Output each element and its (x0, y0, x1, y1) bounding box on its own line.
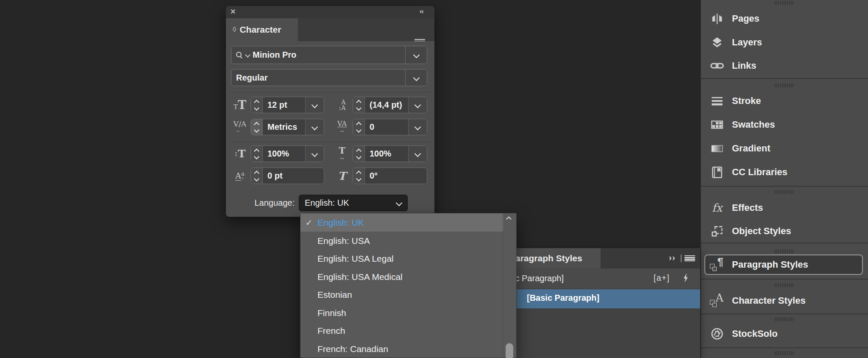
leading-icon: A ↕A (333, 97, 351, 113)
menu-item-english-usa-medical[interactable]: English: USA Medical (300, 268, 504, 286)
skew-field[interactable]: 0° (365, 168, 427, 184)
scroll-up-icon[interactable] (506, 216, 512, 222)
dock-item-effects[interactable]: fx Effects (701, 199, 868, 217)
dock-item-cc-libraries[interactable]: CC Libraries (701, 163, 868, 182)
divider (229, 142, 431, 142)
dock-item-stocksolo[interactable]: StockSolo (701, 324, 868, 343)
font-size-control: 12 pt (250, 97, 324, 113)
dock-item-paragraph-styles[interactable]: ¶ Paragraph Styles (704, 255, 863, 275)
horizontal-scale-icon: T ↔ (333, 145, 351, 162)
chevron-down-icon (312, 102, 318, 109)
stocksolo-icon (709, 326, 725, 341)
character-panel-titlebar[interactable]: ✕ ‹‹ (226, 6, 434, 18)
divider (701, 243, 868, 243)
menu-item-english-uk[interactable]: ✓ English: UK (300, 213, 504, 232)
menu-item-finnish[interactable]: Finnish (300, 304, 504, 322)
close-icon[interactable]: ✕ (230, 8, 236, 16)
chevron-down-icon (415, 124, 421, 131)
stroke-icon (709, 93, 725, 109)
chevron-down-icon (413, 52, 420, 59)
chevron-down-icon (312, 151, 318, 157)
dock-item-layers[interactable]: Layers (701, 33, 868, 52)
tracking-dropdown-button[interactable] (408, 119, 427, 135)
character-panel: ✕ ‹‹ ◊ Character Minion Pro Regular (226, 6, 434, 217)
kerning-control: Metrics (250, 119, 324, 135)
font-family-dropdown-button[interactable] (405, 46, 427, 64)
language-select[interactable]: English: UK (299, 195, 408, 211)
chevron-down-icon (413, 74, 420, 81)
tracking-icon: VA ↔ (333, 119, 351, 135)
language-value: English: UK (305, 198, 397, 208)
drag-handle[interactable] (775, 249, 794, 253)
drag-handle[interactable] (775, 190, 794, 194)
collapse-panel-icon[interactable]: ‹‹ (420, 7, 423, 16)
dock-item-swatches[interactable]: Swatches (701, 115, 868, 134)
current-style-row[interactable]: [Basic Paragraph] [a+] (492, 268, 700, 289)
vertical-scale-control: 100% (250, 145, 324, 162)
font-size-field[interactable]: 12 pt (263, 97, 305, 113)
horizontal-scale-stepper[interactable] (353, 146, 365, 162)
drag-handle[interactable] (775, 317, 794, 321)
chevron-down-icon (415, 102, 421, 109)
vertical-scale-stepper[interactable] (251, 146, 263, 162)
menu-item-estonian[interactable]: Estonian (300, 285, 504, 304)
pages-icon (709, 11, 725, 26)
leading-stepper[interactable] (353, 97, 365, 113)
effects-icon: fx (709, 200, 725, 215)
menu-item-french[interactable]: French (300, 322, 504, 340)
baseline-shift-field[interactable]: 0 pt (263, 168, 324, 184)
panel-menu-icon[interactable] (684, 255, 695, 261)
dock-item-gradient[interactable]: Gradient (701, 139, 868, 158)
chevron-down-icon (415, 151, 421, 157)
dropdown-scrollbar[interactable] (503, 213, 516, 358)
style-row-basic-paragraph[interactable]: [Basic Paragraph] (492, 289, 700, 308)
kerning-field[interactable]: Metrics (263, 119, 305, 135)
tracking-field[interactable]: 0 (365, 119, 408, 135)
gradient-icon (709, 141, 725, 156)
search-chevron-icon (245, 52, 250, 58)
font-style-value: Regular (236, 73, 267, 83)
leading-dropdown-button[interactable] (408, 97, 427, 113)
menu-item-english-usa-legal[interactable]: English: USA Legal (300, 249, 504, 268)
vertical-scale-field[interactable]: 100% (263, 146, 305, 162)
dock-item-object-styles[interactable]: Object Styles (701, 222, 868, 241)
drag-handle[interactable] (775, 283, 794, 287)
divider (701, 279, 868, 280)
font-style-field[interactable]: Regular (231, 70, 405, 86)
horizontal-scale-field[interactable]: 100% (365, 146, 408, 162)
leading-field[interactable]: (14,4 pt) (365, 97, 408, 113)
horizontal-scale-dropdown-button[interactable] (408, 146, 427, 162)
language-label: Language: (226, 195, 295, 211)
drag-handle[interactable] (775, 351, 794, 355)
menu-item-french-canadian[interactable]: French: Canadian (300, 340, 504, 358)
cc-libraries-icon (709, 165, 725, 180)
font-size-stepper[interactable] (251, 97, 263, 113)
font-size-icon: TT (231, 97, 249, 113)
font-size-dropdown-button[interactable] (305, 97, 324, 113)
tracking-stepper[interactable] (353, 119, 365, 135)
expand-panel-icon[interactable]: ›› (669, 252, 676, 263)
drag-handle[interactable] (775, 84, 794, 87)
dock-item-character-styles[interactable]: A Character Styles (701, 291, 868, 310)
font-family-field[interactable]: Minion Pro (231, 46, 405, 64)
tab-character[interactable]: ◊ Character (226, 18, 298, 41)
kerning-icon: V/A ← (231, 119, 249, 135)
dock-item-stroke[interactable]: Stroke (701, 92, 868, 110)
skew-stepper[interactable] (353, 168, 365, 184)
drag-handle[interactable] (775, 1, 794, 5)
lightning-icon[interactable] (682, 272, 690, 283)
font-style-dropdown-button[interactable] (405, 70, 427, 86)
baseline-shift-stepper[interactable] (251, 168, 263, 184)
kerning-stepper[interactable] (251, 119, 263, 135)
dock-item-links[interactable]: Links (701, 56, 868, 75)
kerning-dropdown-button[interactable] (305, 119, 324, 135)
vertical-scale-dropdown-button[interactable] (305, 146, 324, 162)
character-styles-icon: A (709, 293, 725, 308)
tracking-control: 0 (353, 119, 427, 135)
dock-item-pages[interactable]: Pages (701, 9, 868, 28)
baseline-shift-icon: A a↑ (231, 168, 249, 184)
scrollbar-thumb[interactable] (506, 343, 513, 358)
menu-item-english-usa[interactable]: English: USA (300, 232, 504, 250)
create-style-icon[interactable]: [a+] (654, 273, 670, 283)
indesign-workspace: ✕ ‹‹ ◊ Character Minion Pro Regular (0, 0, 868, 358)
